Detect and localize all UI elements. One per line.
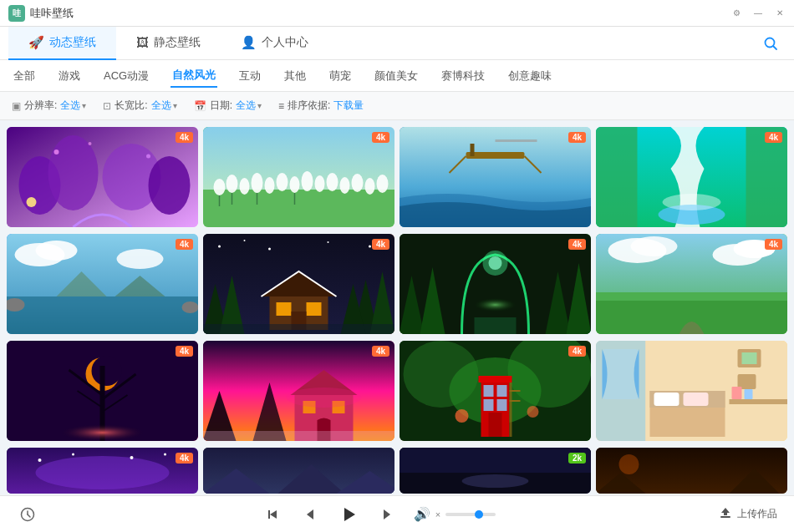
wallpaper-14[interactable] bbox=[203, 448, 394, 494]
tab-profile[interactable]: 👤 个人中心 bbox=[221, 27, 328, 60]
prev-button[interactable] bbox=[298, 504, 320, 525]
volume-area: 🔊 × bbox=[414, 506, 496, 522]
svg-marker-137 bbox=[344, 508, 355, 521]
svg-rect-96 bbox=[497, 385, 507, 397]
resolution-label: 分辨率: bbox=[24, 99, 57, 113]
wallpaper-10[interactable]: 4k bbox=[203, 341, 394, 441]
cat-all[interactable]: 全部 bbox=[12, 65, 37, 87]
svg-point-101 bbox=[527, 406, 539, 418]
resolution-arrow: ▾ bbox=[82, 101, 86, 110]
resolution-value[interactable]: 全选 ▾ bbox=[60, 99, 86, 113]
svg-point-26 bbox=[377, 175, 389, 193]
cat-tech[interactable]: 赛博科技 bbox=[440, 65, 486, 87]
svg-rect-34 bbox=[496, 139, 537, 142]
nav-tabs-left: 🚀 动态壁纸 🖼 静态壁纸 👤 个人中心 bbox=[8, 27, 328, 60]
svg-point-18 bbox=[277, 173, 288, 191]
svg-point-130 bbox=[619, 454, 639, 474]
svg-point-100 bbox=[456, 409, 469, 423]
minimize-button[interactable]: — bbox=[752, 8, 764, 19]
svg-rect-53 bbox=[307, 302, 322, 316]
wallpaper-4[interactable]: 4k bbox=[596, 127, 787, 227]
wallpaper-6[interactable]: 4k bbox=[203, 234, 394, 334]
search-button[interactable] bbox=[757, 30, 784, 57]
cat-nature[interactable]: 自然风光 bbox=[171, 64, 217, 88]
wallpaper-3[interactable]: 4k bbox=[400, 127, 591, 227]
wallpaper-2[interactable]: 4k bbox=[203, 127, 394, 227]
svg-point-6 bbox=[149, 156, 191, 215]
svg-point-56 bbox=[244, 240, 246, 241]
svg-point-128 bbox=[462, 474, 529, 488]
app-logo: 哇 bbox=[8, 5, 25, 22]
svg-point-19 bbox=[290, 176, 300, 193]
svg-point-21 bbox=[315, 175, 325, 192]
filter-ratio[interactable]: ⊡ 长宽比: 全选 ▾ bbox=[103, 99, 176, 113]
svg-rect-33 bbox=[471, 144, 475, 156]
date-value[interactable]: 全选 ▾ bbox=[236, 99, 262, 113]
badge-4k-1: 4k bbox=[176, 132, 193, 143]
cat-cute[interactable]: 萌宠 bbox=[328, 65, 353, 87]
svg-point-17 bbox=[265, 177, 275, 194]
volume-icon: 🔊 bbox=[414, 506, 430, 522]
skip-start-button[interactable] bbox=[262, 504, 283, 525]
cat-game[interactable]: 游戏 bbox=[57, 65, 82, 87]
svg-rect-52 bbox=[277, 302, 292, 316]
cat-creative[interactable]: 创意趣味 bbox=[506, 65, 553, 87]
ratio-value[interactable]: 全选 ▾ bbox=[151, 99, 177, 113]
play-button[interactable] bbox=[335, 501, 362, 528]
sort-value[interactable]: 下载量 bbox=[333, 99, 364, 113]
wallpaper-15[interactable]: 2k bbox=[400, 448, 591, 494]
ratio-icon: ⊡ bbox=[103, 100, 111, 112]
bottom-bar: 🔊 × 上传作品 bbox=[0, 495, 794, 532]
next-button[interactable] bbox=[377, 504, 399, 525]
svg-rect-95 bbox=[484, 385, 494, 397]
volume-slider[interactable] bbox=[445, 513, 496, 516]
settings-button[interactable]: ⚙ bbox=[730, 8, 742, 19]
svg-point-68 bbox=[631, 236, 678, 256]
svg-rect-107 bbox=[603, 349, 639, 399]
tab-profile-label: 个人中心 bbox=[262, 35, 308, 50]
dynamic-icon: 🚀 bbox=[28, 35, 44, 50]
svg-point-48 bbox=[182, 301, 199, 313]
badge-4k-8: 4k bbox=[765, 239, 782, 250]
badge-4k-13: 4k bbox=[176, 453, 193, 464]
badge-4k-2: 4k bbox=[372, 132, 389, 143]
cat-acg[interactable]: ACG动漫 bbox=[102, 65, 150, 87]
filter-resolution[interactable]: ▣ 分辨率: 全选 ▾ bbox=[12, 99, 86, 113]
cat-other[interactable]: 其他 bbox=[282, 65, 308, 87]
cat-interact[interactable]: 互动 bbox=[237, 65, 262, 87]
tab-static[interactable]: 🖼 静态壁纸 bbox=[116, 27, 221, 60]
svg-point-59 bbox=[369, 246, 371, 248]
svg-point-88 bbox=[287, 388, 362, 408]
clock-button[interactable] bbox=[17, 504, 38, 525]
wallpaper-12[interactable] bbox=[596, 341, 787, 441]
app-title: 哇咔壁纸 bbox=[30, 6, 74, 21]
svg-rect-65 bbox=[475, 317, 517, 334]
date-label: 日期: bbox=[210, 99, 232, 113]
close-button[interactable]: ✕ bbox=[774, 8, 786, 19]
svg-point-25 bbox=[365, 178, 375, 195]
tab-dynamic[interactable]: 🚀 动态壁纸 bbox=[8, 27, 116, 60]
svg-point-4 bbox=[48, 135, 99, 210]
wallpaper-11[interactable]: 4k bbox=[400, 341, 591, 441]
svg-rect-118 bbox=[745, 389, 753, 399]
svg-point-57 bbox=[268, 248, 271, 251]
wallpaper-16[interactable] bbox=[596, 448, 787, 494]
svg-point-75 bbox=[92, 356, 122, 386]
tab-dynamic-label: 动态壁纸 bbox=[49, 35, 96, 50]
category-bar: 全部 游戏 ACG动漫 自然风光 互动 其他 萌宠 颜值美女 赛博科技 创意趣味 bbox=[0, 60, 794, 92]
wallpaper-13[interactable]: 4k bbox=[7, 448, 198, 494]
svg-point-120 bbox=[36, 456, 170, 489]
svg-marker-134 bbox=[268, 510, 270, 519]
bottom-right[interactable]: 上传作品 bbox=[719, 506, 777, 522]
sort-label: 排序依据: bbox=[288, 99, 330, 113]
upload-label[interactable]: 上传作品 bbox=[737, 507, 777, 521]
svg-point-124 bbox=[164, 453, 166, 456]
wallpaper-9[interactable]: 4k bbox=[7, 341, 198, 441]
svg-rect-98 bbox=[497, 399, 507, 411]
filter-date[interactable]: 📅 日期: 全选 ▾ bbox=[194, 99, 262, 113]
wallpaper-1[interactable]: 4k bbox=[7, 127, 198, 227]
wallpaper-5[interactable]: 4k bbox=[7, 234, 198, 334]
wallpaper-8[interactable]: 4k bbox=[596, 234, 787, 334]
cat-beauty[interactable]: 颜值美女 bbox=[373, 65, 420, 87]
wallpaper-7[interactable]: 4k bbox=[400, 234, 591, 334]
